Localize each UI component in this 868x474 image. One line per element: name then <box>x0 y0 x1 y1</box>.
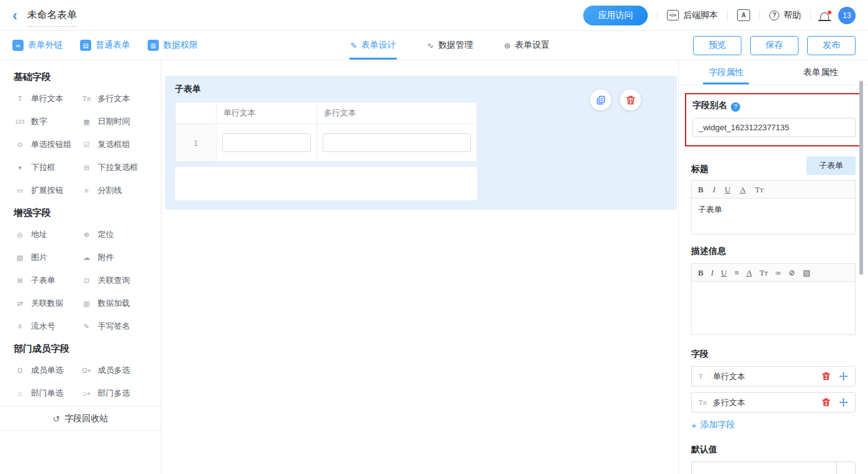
palette-item-divider-line[interactable]: ≡分割线 <box>81 185 148 196</box>
palette-item-member-multi[interactable]: Ω+成员多选 <box>81 365 148 376</box>
default-value-input[interactable] <box>691 462 856 474</box>
notification-dot <box>827 10 832 15</box>
palette-item-subform[interactable]: ⊞子表单 <box>14 275 81 286</box>
subfield-item-single-line[interactable]: T 单行文本 <box>691 366 856 387</box>
palette-item-checkbox-group[interactable]: ☑复选框组 <box>81 139 148 150</box>
add-field-button[interactable]: + 添加字段 <box>691 419 735 431</box>
palette-item-location[interactable]: ⊕定位 <box>81 229 148 240</box>
palette-item-number[interactable]: 123数字 <box>14 116 81 127</box>
field-recycle-bin[interactable]: ↺ 字段回收站 <box>0 406 161 431</box>
move-subfield-handle[interactable] <box>839 372 848 381</box>
move-subfield-handle[interactable] <box>839 398 848 407</box>
user-avatar[interactable]: 13 <box>838 7 856 24</box>
underline-icon[interactable]: U <box>725 186 730 194</box>
palette-item-dept-single[interactable]: ⌂部门单选 <box>14 388 81 399</box>
back-icon[interactable]: ‹ <box>12 8 17 23</box>
palette-item-extend-button[interactable]: ▭扩展按钮 <box>14 185 81 196</box>
palette-item-attachment[interactable]: ☁附件 <box>81 252 148 263</box>
form-title[interactable]: 未命名表单 <box>27 9 77 27</box>
help-label: 帮助 <box>784 10 801 21</box>
bold-icon[interactable]: B <box>698 186 704 194</box>
alias-annotation-box: 字段别名? <box>685 93 863 146</box>
palette-item-serial-number[interactable]: #流水号 <box>14 321 81 332</box>
tab-form-settings[interactable]: ⊛ 表单设置 <box>504 31 550 60</box>
toolbar-item-external-link[interactable]: ∞ 表单外链 <box>12 40 63 51</box>
font-size-icon[interactable]: Tт <box>759 269 768 277</box>
underline-icon[interactable]: U <box>721 269 727 277</box>
font-color-icon[interactable]: A <box>746 269 752 277</box>
italic-icon[interactable]: I <box>711 269 714 277</box>
tab-label: 表单设计 <box>361 40 396 51</box>
contacts-icon[interactable]: A <box>737 9 750 21</box>
font-color-icon[interactable]: A <box>740 186 745 194</box>
single-line-cell-input[interactable] <box>222 133 311 152</box>
trash-icon <box>821 398 831 407</box>
palette-item-multi-line-text[interactable]: T≡多行文本 <box>81 93 148 104</box>
tab-form-design[interactable]: ✎ 表单设计 <box>350 31 396 60</box>
palette-item-datetime[interactable]: ▦日期时间 <box>81 116 148 127</box>
subform-add-row-area[interactable] <box>175 167 477 200</box>
palette-item-single-line-text[interactable]: T单行文本 <box>14 93 81 104</box>
tab-form-properties[interactable]: 表单属性 <box>774 60 868 84</box>
crosshair-icon: ⊕ <box>81 231 93 239</box>
insert-image-icon[interactable]: ▧ <box>803 269 810 277</box>
palette-item-data-load[interactable]: ▥数据加载 <box>81 298 148 309</box>
panel-scrollbar[interactable] <box>859 81 863 275</box>
font-size-icon[interactable]: Tт <box>755 186 764 194</box>
palette-item-related-data[interactable]: ⇄关联数据 <box>14 298 81 309</box>
default-value-label: 默认值 <box>691 444 856 455</box>
bold-icon[interactable]: B <box>698 269 704 277</box>
copy-widget-button[interactable] <box>590 89 611 110</box>
description-label: 描述信息 <box>691 246 856 257</box>
align-icon[interactable]: ≡ <box>734 269 738 277</box>
save-button[interactable]: 保存 <box>750 36 799 55</box>
section-title-enhanced-fields: 增强字段 <box>14 207 147 219</box>
pen-icon: ✎ <box>81 323 93 331</box>
palette-item-select[interactable]: ▾下拉框 <box>14 162 81 173</box>
code-icon: </> <box>667 10 679 20</box>
description-editor[interactable] <box>691 282 856 335</box>
italic-icon[interactable]: I <box>713 186 715 194</box>
unlink-icon[interactable]: ⊘ <box>789 269 795 277</box>
notification-bell-icon[interactable] <box>820 12 829 20</box>
preview-button[interactable]: 预览 <box>693 36 741 55</box>
delete-subfield-button[interactable] <box>821 398 831 407</box>
palette-item-label: 图片 <box>31 252 47 263</box>
title-editor[interactable]: 子表单 <box>691 199 856 235</box>
alias-help-icon[interactable]: ? <box>731 102 740 112</box>
palette-item-label: 单选按钮组 <box>31 139 71 150</box>
palette-item-image[interactable]: ▧图片 <box>14 252 81 263</box>
link-icon[interactable]: ∞ <box>776 269 781 277</box>
app-access-button[interactable]: 应用访问 <box>583 6 648 25</box>
toolbar-item-normal-form[interactable]: ▤ 普通表单 <box>80 40 130 51</box>
radio-icon: ⊙ <box>14 141 26 149</box>
palette-item-dept-multi[interactable]: ⌂+部门多选 <box>81 388 148 399</box>
plus-icon: + <box>691 420 697 431</box>
subform-widget-selected[interactable]: 子表单 单行文本 多行文本 1 <box>165 76 677 210</box>
subfield-item-multi-line[interactable]: T≡ 多行文本 <box>691 392 856 413</box>
multi-line-cell-input[interactable] <box>323 133 471 152</box>
delete-subfield-button[interactable] <box>821 372 831 381</box>
palette-item-member-single[interactable]: Ω成员单选 <box>14 365 81 376</box>
selected-widget-tag[interactable]: 子表单 <box>807 156 856 175</box>
help-button[interactable]: ? 帮助 <box>769 10 801 21</box>
palette-item-radio-group[interactable]: ⊙单选按钮组 <box>14 139 81 150</box>
tab-data-management[interactable]: ∿ 数据管理 <box>427 31 473 60</box>
palette-item-multi-select[interactable]: ⊟下拉复选框 <box>81 162 148 173</box>
toolbar-item-data-permission[interactable]: ▥ 数据权限 <box>148 40 198 51</box>
backend-script-button[interactable]: </> 后端脚本 <box>667 10 718 21</box>
add-field-label: 添加字段 <box>700 419 735 431</box>
palette-item-signature[interactable]: ✎手写签名 <box>81 321 148 332</box>
tab-field-properties[interactable]: 字段属性 <box>679 60 774 84</box>
palette-item-address[interactable]: ◎地址 <box>14 229 81 240</box>
alias-input[interactable] <box>692 118 856 137</box>
palette-item-label: 数字 <box>31 116 47 127</box>
related-data-icon: ⇄ <box>14 300 26 308</box>
column-header-single-line: 单行文本 <box>217 102 317 124</box>
palette-item-related-query[interactable]: ⊡关联查询 <box>81 275 148 286</box>
publish-button[interactable]: 发布 <box>807 36 856 55</box>
palette-item-label: 部门多选 <box>98 388 130 399</box>
delete-widget-button[interactable] <box>620 89 641 110</box>
form-canvas[interactable]: 子表单 单行文本 多行文本 1 <box>161 60 678 474</box>
index-column-header <box>176 102 217 124</box>
